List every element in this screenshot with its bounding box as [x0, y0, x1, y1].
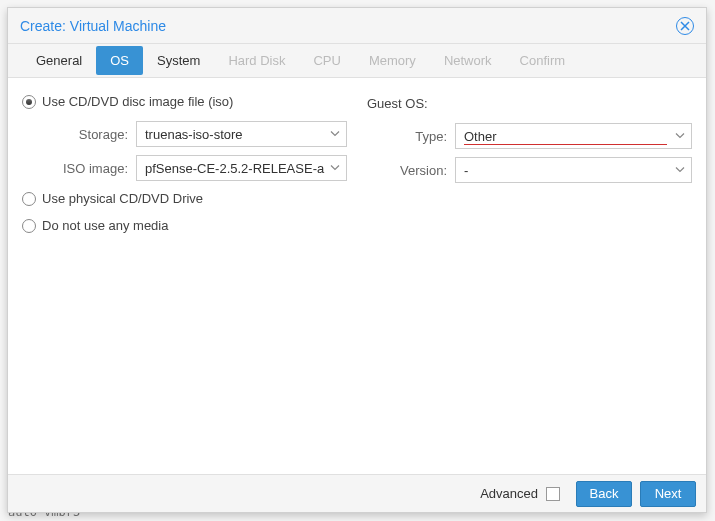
- radio-icon: [22, 95, 36, 109]
- advanced-label: Advanced: [480, 486, 538, 501]
- radio-use-physical[interactable]: Use physical CD/DVD Drive: [22, 191, 347, 206]
- close-icon[interactable]: [676, 17, 694, 35]
- type-field: Type: Other: [367, 123, 692, 149]
- tab-os[interactable]: OS: [96, 46, 143, 75]
- footer: Advanced Back Next: [8, 474, 706, 512]
- storage-select[interactable]: truenas-iso-store: [136, 121, 347, 147]
- tab-cpu: CPU: [299, 46, 354, 75]
- radio-icon: [22, 219, 36, 233]
- version-field: Version: -: [367, 157, 692, 183]
- chevron-down-icon: [675, 163, 685, 178]
- chevron-down-icon: [330, 127, 340, 142]
- tab-system[interactable]: System: [143, 46, 214, 75]
- create-vm-dialog: Create: Virtual Machine General OS Syste…: [7, 7, 707, 513]
- type-value: Other: [464, 129, 497, 144]
- dialog-title: Create: Virtual Machine: [20, 18, 676, 34]
- radio-use-iso[interactable]: Use CD/DVD disc image file (iso): [22, 94, 347, 109]
- type-select[interactable]: Other: [455, 123, 692, 149]
- version-label: Version:: [367, 163, 455, 178]
- iso-field: ISO image: pfSense-CE-2.5.2-RELEASE-a: [22, 155, 347, 181]
- chevron-down-icon: [675, 129, 685, 144]
- annotation-underline: [464, 144, 667, 146]
- guest-os-header: Guest OS:: [367, 94, 692, 111]
- iso-label: ISO image:: [22, 161, 136, 176]
- radio-no-media[interactable]: Do not use any media: [22, 218, 347, 233]
- tab-network: Network: [430, 46, 506, 75]
- content-area: Use CD/DVD disc image file (iso) Storage…: [8, 78, 706, 474]
- type-label: Type:: [367, 129, 455, 144]
- wizard-tabs: General OS System Hard Disk CPU Memory N…: [8, 44, 706, 78]
- next-button[interactable]: Next: [640, 481, 696, 507]
- iso-select[interactable]: pfSense-CE-2.5.2-RELEASE-a: [136, 155, 347, 181]
- iso-value: pfSense-CE-2.5.2-RELEASE-a: [145, 161, 324, 176]
- storage-label: Storage:: [22, 127, 136, 142]
- tab-hard-disk: Hard Disk: [214, 46, 299, 75]
- storage-value: truenas-iso-store: [145, 127, 243, 142]
- back-button[interactable]: Back: [576, 481, 632, 507]
- tab-confirm: Confirm: [506, 46, 580, 75]
- chevron-down-icon: [330, 161, 340, 176]
- tab-general[interactable]: General: [22, 46, 96, 75]
- advanced-checkbox[interactable]: [546, 487, 560, 501]
- version-value: -: [464, 163, 468, 178]
- tab-memory: Memory: [355, 46, 430, 75]
- radio-use-physical-label: Use physical CD/DVD Drive: [42, 191, 203, 206]
- radio-no-media-label: Do not use any media: [42, 218, 168, 233]
- radio-icon: [22, 192, 36, 206]
- storage-field: Storage: truenas-iso-store: [22, 121, 347, 147]
- version-select[interactable]: -: [455, 157, 692, 183]
- titlebar: Create: Virtual Machine: [8, 8, 706, 44]
- guest-os-column: Guest OS: Type: Other Version: -: [367, 94, 692, 458]
- media-column: Use CD/DVD disc image file (iso) Storage…: [22, 94, 347, 458]
- radio-use-iso-label: Use CD/DVD disc image file (iso): [42, 94, 233, 109]
